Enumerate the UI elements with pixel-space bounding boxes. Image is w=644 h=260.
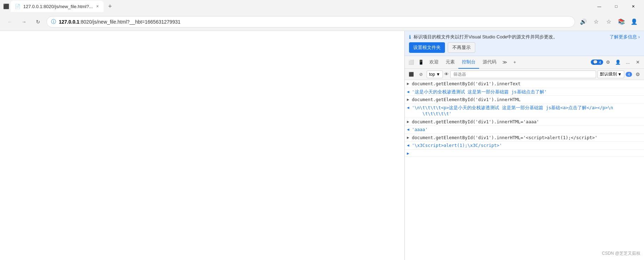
devtools-close-btn[interactable]: ✕	[633, 57, 643, 67]
tab-sources[interactable]: 源代码	[479, 56, 500, 69]
devtools-more-btn[interactable]: ...	[623, 57, 633, 67]
level-dropdown-icon: ▼	[618, 72, 622, 77]
tab-title: 127.0.0.1:8020/js/new_file.html?...	[23, 4, 93, 9]
entry-5-arrow[interactable]: ▶	[407, 119, 410, 124]
address-actions: 🔊 ☆ ☆ 📚 👤	[578, 16, 640, 27]
info-learn-more-link[interactable]: 了解更多信息 ›	[609, 34, 640, 40]
context-dropdown-icon: ▼	[436, 72, 440, 77]
url-info-icon: ⓘ	[51, 19, 56, 25]
console-entry-9[interactable]: ▶	[405, 150, 644, 157]
console-entry-7[interactable]: ▶ document.getElementById('div1').innerH…	[405, 134, 644, 142]
level-label: 默认级别	[600, 71, 617, 77]
forward-btn[interactable]: →	[18, 16, 30, 27]
entry-6-text: 'aaaa'	[412, 126, 642, 133]
console-entry-4[interactable]: ◀ '\n\t\t\t\t<p>这是小天的全栈渗透测试 这是第一部分基础篇 js…	[405, 104, 644, 118]
devtools-panel: ℹ 标识项目的根文件夹以打开Visual Studio Code中的源文件并同步…	[404, 31, 644, 260]
devtools-profile-btn[interactable]: 👤	[613, 57, 623, 67]
main-area: ℹ 标识项目的根文件夹以打开Visual Studio Code中的源文件并同步…	[0, 31, 644, 260]
console-entry-6[interactable]: ◀ 'aaaa'	[405, 126, 644, 134]
browser-frame: ⬛ 📄 127.0.0.1:8020/js/new_file.html?... …	[0, 0, 644, 260]
entry-5-text: document.getElementById('div1').innerHTM…	[412, 119, 642, 125]
console-filter-toggle-btn[interactable]: ⊘	[417, 70, 425, 79]
url-path: :8020/js/new_file.html?__hbt=16656312799…	[79, 19, 180, 25]
console-entry-1[interactable]: ▶ document.getElementById('div1').innerT…	[405, 80, 644, 88]
url-text: 127.0.0.1:8020/js/new_file.html?__hbt=16…	[59, 19, 180, 25]
info-banner: ℹ 标识项目的根文件夹以打开Visual Studio Code中的源文件并同步…	[405, 31, 644, 56]
entry-8-text: '\x3Cscript>alert(1);\x3C/script>'	[412, 142, 642, 149]
entry-4-text: '\n\t\t\t\t<p>这是小天的全栈渗透测试 这是第一部分基础篇 js基础…	[412, 105, 642, 117]
entry-2-text: '这是小天的全栈渗透测试 这是第一部分基础篇 js基础点击了解'	[412, 89, 642, 95]
close-btn[interactable]: ✕	[625, 1, 641, 12]
entry-3-text: document.getElementById('div1').innerHTM…	[412, 97, 642, 103]
window-controls: — □ ✕	[591, 1, 641, 12]
entry-1-text: document.getElementById('div1').innerTex…	[412, 81, 642, 87]
title-bar: ⬛ 📄 127.0.0.1:8020/js/new_file.html?... …	[0, 0, 644, 13]
context-selector[interactable]: top ▼	[427, 70, 443, 78]
info-banner-actions: 设置根文件夹 不再显示	[409, 42, 640, 53]
refresh-btn[interactable]: ↻	[32, 16, 44, 27]
watermark: CSDN @芝芝又茹枝	[602, 250, 640, 256]
devtools-inspect-btn[interactable]: ⬜	[406, 57, 416, 67]
favorites-add-btn[interactable]: ☆	[590, 16, 602, 27]
console-entry-8[interactable]: ◀ '\x3Cscript>alert(1);\x3C/script>'	[405, 142, 644, 150]
entry-8-arrow[interactable]: ◀	[407, 142, 410, 148]
tab-close-btn[interactable]: ×	[95, 3, 99, 10]
eye-btn[interactable]: 👁	[444, 72, 449, 77]
devtools-device-btn[interactable]: 📱	[416, 57, 426, 67]
url-domain: 127.0.0.1	[59, 19, 79, 25]
tab-elements[interactable]: 元素	[442, 56, 458, 69]
console-entry-5[interactable]: ▶ document.getElementById('div1').innerH…	[405, 118, 644, 126]
console-settings-btn[interactable]: ⚙	[633, 70, 642, 79]
page-content	[0, 31, 404, 260]
read-aloud-btn[interactable]: 🔊	[578, 16, 589, 27]
collections-btn[interactable]: 📚	[616, 16, 627, 27]
address-bar: ← → ↻ ⓘ 127.0.0.1:8020/js/new_file.html?…	[0, 13, 644, 31]
level-selector[interactable]: 默认级别 ▼	[597, 70, 624, 78]
maximize-btn[interactable]: □	[608, 1, 624, 12]
entry-7-text: document.getElementById('div1').innerHTM…	[412, 135, 642, 141]
info-banner-top: ℹ 标识项目的根文件夹以打开Visual Studio Code中的源文件并同步…	[409, 34, 640, 40]
entry-4-arrow[interactable]: ◀	[407, 105, 410, 110]
add-tab-btn[interactable]: +	[510, 57, 520, 67]
entry-7-arrow[interactable]: ▶	[407, 135, 410, 140]
console-count-badge: 4	[626, 72, 632, 77]
filter-input[interactable]	[450, 70, 596, 78]
console-entry-2[interactable]: ◀ '这是小天的全栈渗透测试 这是第一部分基础篇 js基础点击了解'	[405, 88, 644, 96]
console-clear-btn[interactable]: ⬛	[407, 70, 415, 79]
url-bar[interactable]: ⓘ 127.0.0.1:8020/js/new_file.html?__hbt=…	[47, 16, 575, 27]
console-output: ▶ document.getElementById('div1').innerT…	[405, 80, 644, 260]
minimize-btn[interactable]: —	[591, 1, 607, 12]
context-label: top	[429, 72, 435, 77]
entry-6-arrow[interactable]: ◀	[407, 126, 410, 132]
dont-show-again-btn[interactable]: 不再显示	[448, 42, 475, 53]
entry-1-arrow[interactable]: ▶	[407, 81, 410, 86]
back-btn[interactable]: ←	[4, 16, 16, 27]
browser-tab-active[interactable]: 📄 127.0.0.1:8020/js/new_file.html?... ×	[11, 1, 104, 12]
tab-welcome[interactable]: 欢迎	[426, 56, 442, 69]
profile-btn[interactable]: 👤	[628, 16, 640, 27]
entry-3-arrow[interactable]: ▶	[407, 97, 410, 102]
info-circle-icon: ℹ	[409, 34, 411, 40]
console-entry-3[interactable]: ▶ document.getElementById('div1').innerH…	[405, 96, 644, 104]
more-tabs-btn[interactable]: ≫	[500, 57, 510, 67]
console-badge: 💬 4	[591, 60, 603, 65]
set-root-folder-btn[interactable]: 设置根文件夹	[409, 42, 445, 53]
devtools-settings-btn[interactable]: ⚙	[603, 57, 613, 67]
tab-console[interactable]: 控制台	[458, 56, 479, 69]
info-banner-text: 标识项目的根文件夹以打开Visual Studio Code中的源文件并同步更改…	[414, 34, 558, 40]
favorites-btn[interactable]: ☆	[603, 16, 614, 27]
new-tab-btn[interactable]: +	[105, 1, 115, 11]
tab-file-icon: 📄	[15, 4, 20, 9]
browser-icon: ⬛	[3, 3, 9, 10]
entry-2-arrow[interactable]: ◀	[407, 89, 410, 94]
console-toolbar: ⬛ ⊘ top ▼ 👁 默认级别 ▼ 4 ⚙	[405, 69, 644, 80]
devtools-tab-bar: ⬜ 📱 欢迎 元素 控制台 源代码 ≫ + 💬 4 ⚙ 👤 ... ✕	[405, 56, 644, 69]
entry-9-arrow[interactable]: ▶	[407, 150, 410, 156]
